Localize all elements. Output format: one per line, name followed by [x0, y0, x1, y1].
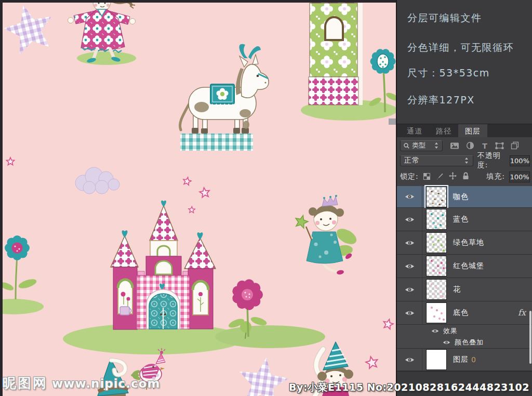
lock-pixels-brush-icon[interactable]	[436, 172, 443, 182]
layer-row-coffee[interactable]: 咖色	[397, 186, 532, 208]
wallpaper-illustration	[0, 0, 396, 396]
panel-tabbar: 通道 路径 图层	[397, 124, 532, 138]
fill-value[interactable]: 100%	[509, 171, 530, 182]
eye-icon	[405, 357, 415, 363]
opacity-value[interactable]: 100%	[510, 155, 530, 166]
lock-transparency-icon[interactable]	[423, 172, 430, 182]
eye-icon[interactable]	[443, 340, 450, 345]
eye-icon	[405, 193, 415, 200]
eye-icon[interactable]	[431, 328, 439, 334]
info-line-3: 尺寸：53*53cm	[407, 55, 532, 80]
layer-name: 底色	[453, 308, 469, 318]
layer-row-red-castle[interactable]: 红色城堡	[397, 255, 532, 278]
type-layer-filter-icon[interactable]: T	[481, 142, 488, 150]
watermark: 昵图网www.nipic.com	[3, 374, 160, 392]
visibility-toggle[interactable]	[397, 255, 422, 278]
layer-name: 花	[453, 285, 461, 294]
kind-filter-label: 类型	[412, 141, 425, 150]
tab-layers[interactable]: 图层	[458, 124, 487, 138]
pixel-layer-filter-icon[interactable]	[450, 142, 459, 150]
shape-layer-filter-icon[interactable]	[495, 142, 504, 150]
smart-object-filter-icon[interactable]	[511, 141, 519, 150]
layer-thumbnail[interactable]	[426, 209, 447, 230]
fill-label: 填充:	[486, 172, 505, 181]
layer-row-layer0[interactable]: 图层 0	[397, 349, 532, 371]
kind-filter-dropdown[interactable]: 类型	[400, 140, 443, 151]
layer-thumbnail[interactable]	[426, 256, 447, 276]
eye-icon	[405, 263, 415, 270]
layer-row-blue[interactable]: 蓝色	[397, 208, 532, 231]
right-panel: 分层可编辑文件 分色详细，可无限循环 尺寸：53*53cm 分辨率127PX 通…	[396, 0, 532, 396]
effects-group-row[interactable]: 效果	[397, 325, 532, 337]
photoshop-window: 分层可编辑文件 分色详细，可无限循环 尺寸：53*53cm 分辨率127PX 通…	[0, 0, 532, 396]
layer-name: 蓝色	[453, 215, 469, 224]
layer-name: 图层	[453, 355, 469, 364]
lock-all-padlock-icon[interactable]	[462, 172, 469, 182]
layer-name: 红色城堡	[453, 261, 484, 271]
info-line-2: 分色详细，可无限循环	[407, 25, 532, 55]
blend-mode-dropdown[interactable]: 正常	[400, 155, 473, 166]
updown-arrows-icon	[464, 157, 469, 164]
eye-icon	[405, 240, 415, 246]
eye-icon	[405, 286, 415, 293]
adjustment-layer-filter-icon[interactable]	[466, 141, 474, 150]
updown-arrows-icon	[434, 142, 439, 149]
opacity-label: 不透明度:	[477, 151, 510, 170]
color-overlay-row[interactable]: 颜色叠加	[397, 337, 532, 349]
svg-text:T: T	[482, 142, 487, 150]
lock-icons	[423, 172, 469, 182]
layer-thumbnail[interactable]	[426, 187, 447, 207]
eye-icon	[405, 216, 415, 223]
lock-position-move-icon[interactable]	[449, 172, 457, 182]
layers-list: 咖色 蓝色 绿色草地 红色城堡 花	[397, 186, 532, 396]
scrollbar-corner	[389, 118, 396, 125]
visibility-toggle[interactable]	[397, 349, 422, 371]
tab-paths[interactable]: 路径	[429, 124, 458, 138]
visibility-toggle[interactable]	[397, 186, 422, 207]
fx-badge[interactable]: fx	[518, 308, 526, 318]
layer-thumbnail[interactable]	[426, 279, 447, 300]
search-icon	[404, 143, 409, 149]
credit-line: By:小菜E1115 No:20210828162444823102	[289, 381, 529, 394]
color-overlay-label: 颜色叠加	[455, 338, 484, 347]
canvas-top-edge	[0, 0, 396, 3]
layer-thumbnail[interactable]	[426, 302, 447, 323]
blend-mode-value: 正常	[404, 156, 420, 165]
visibility-toggle[interactable]	[397, 278, 422, 301]
tab-channels[interactable]: 通道	[400, 124, 429, 138]
panel-scrollbar[interactable]	[529, 311, 531, 364]
eye-icon	[405, 310, 415, 316]
watermark-site-url: www.nipic.com	[52, 377, 160, 390]
document-canvas[interactable]	[0, 0, 396, 396]
layer-thumbnail[interactable]	[426, 349, 447, 370]
lock-row: 锁定: 填充: 100%	[400, 170, 530, 183]
floral-tower	[309, 0, 363, 105]
watermark-site-name: 昵图网	[3, 375, 48, 391]
layer-row-green-grass[interactable]: 绿色草地	[397, 231, 532, 255]
layer-name-suffix: 0	[471, 355, 476, 364]
blend-row: 正常 不透明度: 100%	[400, 154, 530, 167]
layer-name: 咖色	[453, 192, 469, 202]
visibility-toggle[interactable]	[397, 208, 422, 231]
layer-row-base-color[interactable]: 底色 fx	[397, 301, 532, 325]
layer-thumbnail[interactable]	[426, 232, 447, 253]
filter-row: 类型 T	[400, 139, 530, 152]
effects-group-label: 效果	[443, 326, 458, 336]
product-info: 分层可编辑文件 分色详细，可无限循环 尺寸：53*53cm 分辨率127PX	[397, 0, 532, 123]
layer-row-flower[interactable]: 花	[397, 278, 532, 301]
layers-controls: 类型 T 正常 不透明度: 100%	[397, 137, 532, 187]
visibility-toggle[interactable]	[397, 301, 422, 324]
filter-type-icons: T	[450, 141, 519, 150]
info-line-1: 分层可编辑文件	[407, 0, 532, 25]
visibility-toggle[interactable]	[397, 231, 422, 254]
canvas-left-edge	[0, 0, 3, 396]
layer-name: 绿色草地	[453, 238, 484, 247]
info-line-4: 分辨率127PX	[407, 80, 532, 107]
lock-label: 锁定:	[400, 172, 419, 181]
